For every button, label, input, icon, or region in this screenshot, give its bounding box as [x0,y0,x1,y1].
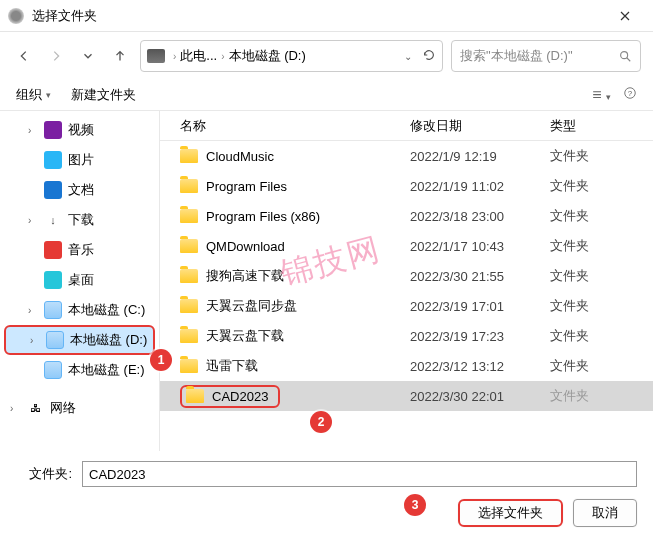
file-type: 文件夹 [550,267,653,285]
folder-icon [180,299,198,313]
tree-item[interactable]: › 🖧 网络 [0,393,159,423]
file-row[interactable]: CloudMusic 2022/1/9 12:19 文件夹 [160,141,653,171]
tree-item-icon [44,361,62,379]
tree-item-label: 下载 [68,211,94,229]
breadcrumb-pc[interactable]: 此电... [180,47,217,65]
chevron-icon: › [28,215,38,226]
tree-item-label: 网络 [50,399,76,417]
chevron-icon: › [30,335,40,346]
help-button[interactable]: ? [623,86,637,104]
forward-button[interactable] [44,44,68,68]
breadcrumb[interactable]: › 此电... › 本地磁盘 (D:) ⌄ [140,40,443,72]
tree-view[interactable]: › 视频 图片 文档› ↓ 下载 音乐 桌面› 本地磁盘 (C:)› 本地磁盘 … [0,111,160,451]
tree-item-icon [44,301,62,319]
file-name: QMDownload [206,239,285,254]
tree-item-label: 图片 [68,151,94,169]
file-type: 文件夹 [550,357,653,375]
file-type: 文件夹 [550,147,653,165]
view-button[interactable]: ≡ ▾ [592,86,611,104]
drive-icon [147,49,165,63]
svg-point-0 [621,52,628,59]
cancel-button[interactable]: 取消 [573,499,637,527]
close-icon [620,11,630,21]
file-type: 文件夹 [550,207,653,225]
tree-item-label: 文档 [68,181,94,199]
file-row[interactable]: 天翼云盘同步盘 2022/3/19 17:01 文件夹 [160,291,653,321]
file-name: CloudMusic [206,149,274,164]
chevron-down-icon[interactable]: ⌄ [404,51,412,62]
annotation-3: 3 [404,494,426,516]
column-type[interactable]: 类型 [550,117,653,135]
file-row[interactable]: Program Files 2022/1/19 11:02 文件夹 [160,171,653,201]
tree-item[interactable]: › ↓ 下载 [0,205,159,235]
file-row[interactable]: Program Files (x86) 2022/3/18 23:00 文件夹 [160,201,653,231]
tree-item[interactable]: 文档 [0,175,159,205]
refresh-button[interactable] [422,48,436,65]
help-icon: ? [623,86,637,100]
tree-item[interactable]: 桌面 [0,265,159,295]
file-date: 2022/1/19 11:02 [410,179,550,194]
chevron-icon: › [10,403,20,414]
search-icon [618,49,632,63]
file-row[interactable]: 搜狗高速下载 2022/3/30 21:55 文件夹 [160,261,653,291]
up-button[interactable] [108,44,132,68]
app-icon [8,8,24,24]
file-row[interactable]: 迅雷下载 2022/3/12 13:12 文件夹 [160,351,653,381]
chevron-right-icon: › [173,51,176,62]
tree-item[interactable]: 本地磁盘 (E:) [0,355,159,385]
tree-item[interactable]: › 视频 [0,115,159,145]
tree-item-icon [46,331,64,349]
file-row[interactable]: QMDownload 2022/1/17 10:43 文件夹 [160,231,653,261]
file-date: 2022/1/9 12:19 [410,149,550,164]
column-name[interactable]: 名称 [180,117,410,135]
file-date: 2022/3/19 17:23 [410,329,550,344]
folder-icon [186,389,204,403]
recent-button[interactable] [76,44,100,68]
tree-item[interactable]: 音乐 [0,235,159,265]
arrow-left-icon [17,49,31,63]
annotation-2: 2 [310,411,332,433]
tree-item[interactable]: › 本地磁盘 (C:) [0,295,159,325]
tree-item-icon: 🖧 [26,399,44,417]
file-name: 天翼云盘下载 [206,327,284,345]
folder-icon [180,209,198,223]
file-name: Program Files (x86) [206,209,320,224]
folder-icon [180,359,198,373]
annotation-1: 1 [150,349,172,371]
new-folder-button[interactable]: 新建文件夹 [71,86,136,104]
breadcrumb-drive[interactable]: 本地磁盘 (D:) [229,47,306,65]
tree-item-icon [44,121,62,139]
folder-input[interactable] [82,461,637,487]
folder-label: 文件夹: [16,465,72,483]
chevron-right-icon: › [221,51,224,62]
tree-item-label: 视频 [68,121,94,139]
folder-icon [180,179,198,193]
close-button[interactable] [605,0,645,32]
file-row[interactable]: 天翼云盘下载 2022/3/19 17:23 文件夹 [160,321,653,351]
file-date: 2022/1/17 10:43 [410,239,550,254]
file-type: 文件夹 [550,177,653,195]
chevron-icon: › [28,305,38,316]
file-list[interactable]: 名称 修改日期 类型 CloudMusic 2022/1/9 12:19 文件夹… [160,111,653,451]
file-type: 文件夹 [550,387,653,405]
file-date: 2022/3/18 23:00 [410,209,550,224]
select-folder-button[interactable]: 选择文件夹 [458,499,563,527]
file-date: 2022/3/30 21:55 [410,269,550,284]
tree-item[interactable]: › 本地磁盘 (D:) [4,325,155,355]
column-date[interactable]: 修改日期 [410,117,550,135]
back-button[interactable] [12,44,36,68]
tree-item[interactable]: 图片 [0,145,159,175]
organize-button[interactable]: 组织▾ [16,86,51,104]
file-name: CAD2023 [212,389,268,404]
file-name: 迅雷下载 [206,357,258,375]
search-placeholder: 搜索"本地磁盘 (D:)" [460,47,573,65]
search-input[interactable]: 搜索"本地磁盘 (D:)" [451,40,641,72]
folder-icon [180,329,198,343]
svg-text:?: ? [628,89,633,98]
file-date: 2022/3/12 13:12 [410,359,550,374]
refresh-icon [422,48,436,62]
tree-item-label: 音乐 [68,241,94,259]
tree-item-label: 桌面 [68,271,94,289]
chevron-icon: › [28,125,38,136]
file-row[interactable]: CAD2023 2022/3/30 22:01 文件夹 [160,381,653,411]
